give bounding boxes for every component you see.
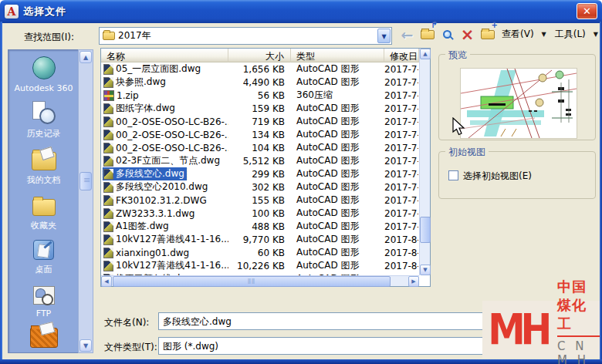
file-name: 00_2-OSE-OSO-LC-B26-... [116, 116, 228, 127]
file-row[interactable]: 00_2-OSE-OSO-LC-B26-... 104 KB AutoCAD 图… [101, 141, 419, 154]
column-header-name[interactable]: 名称 [101, 49, 228, 62]
look-in-combobox[interactable]: 2017年 ▼ [99, 27, 392, 45]
column-header-date[interactable]: 修改日 [384, 49, 419, 62]
autocad-app-icon: A [5, 5, 19, 19]
file-row[interactable]: 00_2-OSE-OSO-LC-B26-... 719 KB AutoCAD 图… [101, 115, 419, 128]
dwg-file-icon [103, 195, 113, 206]
scroll-down-icon[interactable]: ▼ [420, 265, 431, 275]
file-row[interactable]: 00_2-OSE-OSO-LC-B26-... 134 KB AutoCAD 图… [101, 128, 419, 141]
new-folder-icon [481, 30, 495, 39]
dwg-file-icon [103, 116, 113, 127]
sidebar-item-FTP[interactable]: FTP [8, 286, 79, 318]
ftp-icon [33, 286, 55, 305]
scroll-right-icon[interactable]: ▶ [408, 276, 419, 287]
file-size: 56 KB [228, 90, 291, 101]
file-list-vscrollbar[interactable]: ▲ ▼ [419, 49, 430, 275]
scroll-left-icon[interactable]: ◀ [101, 276, 112, 287]
title-bar[interactable]: A 选择文件 ✕ [0, 0, 602, 23]
file-name: FK30102.31.2.DWG [116, 195, 207, 206]
chevron-down-icon[interactable]: ▼ [377, 29, 391, 43]
file-name: 多段线空心.dwg [116, 167, 184, 180]
file-size: 299 KB [228, 169, 291, 180]
close-button[interactable]: ✕ [577, 3, 597, 19]
hscroll-thumb[interactable] [113, 276, 391, 287]
delete-button[interactable]: × [458, 25, 476, 43]
file-row[interactable]: xianxing01.dwg 60 KB AutoCAD 图形 2017-8- [101, 246, 419, 259]
sidebar-item-buzzsaw[interactable] [8, 328, 79, 352]
file-date: 2017-8- [384, 248, 418, 258]
file-row[interactable]: 多段线空心2010.dwg 302 KB AutoCAD 图形 2017-7- [101, 180, 419, 194]
file-row[interactable]: 05_一层立面图.dwg 1,656 KB AutoCAD 图形 2017-7- [101, 62, 419, 76]
file-name: 10kV127善港线41-1-16... [116, 233, 228, 246]
dwg-file-icon [103, 182, 113, 193]
sidebar-scroll-thumb[interactable] [79, 172, 92, 190]
back-arrow-icon: ← [401, 27, 414, 42]
file-name: 05_一层立面图.dwg [116, 62, 201, 76]
file-date: 2017-7- [384, 103, 418, 114]
file-row[interactable]: 10kV127善港线41-1-16... 9,770 KB AutoCAD 图形… [101, 233, 419, 246]
file-type: AutoCAD 图形 [291, 76, 384, 89]
search-the-web-button[interactable] [438, 25, 456, 43]
sidebar-item-label: 历史记录 [8, 128, 79, 140]
vscroll-thumb[interactable] [420, 217, 431, 243]
file-row[interactable]: 图纸字体.dwg 159 KB AutoCAD 图形 2017-7- [101, 102, 419, 115]
file-row[interactable]: A1图签.dwg 488 KB AutoCAD 图形 2017-7- [101, 220, 419, 233]
column-header-size[interactable]: 大小 [228, 49, 291, 62]
sidebar-item-收藏夹[interactable]: 收藏夹 [8, 195, 79, 231]
file-date: 2017-7- [384, 77, 418, 88]
sidebar-item-Autodesk 360[interactable]: Autodesk 360 [8, 56, 79, 93]
file-row[interactable]: FK30102.31.2.DWG 155 KB AutoCAD 图形 2017-… [101, 194, 419, 207]
sidebar-item-label: 我的文档 [8, 174, 79, 186]
up-one-level-button[interactable]: ↱ [418, 25, 436, 43]
file-size: 104 KB [228, 143, 291, 153]
file-date: 2017-8- [384, 261, 418, 271]
select-file-dialog: A 选择文件 ✕ 查找范围(I): 2017年 ▼ ← ↱ × + 查看(V) … [0, 0, 602, 364]
file-row[interactable]: ZW3233.3.1.dwg 100 KB AutoCAD 图形 2017-7- [101, 207, 419, 220]
file-row[interactable]: 多段线空心.dwg 299 KB AutoCAD 图形 2017-7- [101, 167, 419, 180]
dwg-file-icon [103, 103, 113, 114]
initial-view-checkbox[interactable] [448, 170, 458, 180]
file-size: 159 KB [228, 103, 291, 114]
sidebar-item-我的文档[interactable]: 我的文档 [8, 147, 79, 186]
file-name: 00_2-OSE-OSO-LC-B26-... [116, 143, 228, 153]
file-name: 多段线空心2010.dwg [116, 180, 208, 194]
watermark-chinese-text: 中国煤化工 [557, 278, 600, 337]
buzzsaw-icon [30, 328, 58, 348]
file-row[interactable]: 02-3F立面二、节点.dwg 5,512 KB AutoCAD 图形 2017… [101, 154, 419, 167]
cad-preview-drawing [461, 69, 577, 138]
file-row[interactable]: 块参照.dwg 4,490 KB AutoCAD 图形 2017-7- [101, 76, 419, 89]
dwg-file-icon [103, 221, 113, 232]
scroll-down-icon[interactable]: ▼ [79, 339, 92, 352]
tools-menu-button[interactable]: 工具(L) ▼ [552, 25, 601, 43]
file-date: 2017-7- [384, 221, 418, 232]
create-new-folder-button[interactable]: + [479, 25, 496, 43]
sidebar-item-桌面[interactable]: 桌面 [8, 240, 79, 275]
scroll-up-icon[interactable]: ▲ [420, 49, 431, 59]
initial-view-checkbox-label: 选择初始视图(E) [463, 170, 532, 183]
file-name: 图纸字体.dwg [116, 102, 175, 115]
desktop-icon [33, 240, 54, 260]
view-menu-button[interactable]: 查看(V) ▼ [499, 25, 550, 43]
file-type: AutoCAD 图形 [291, 141, 384, 154]
file-row[interactable]: 10kV127善港线41-1-16... 10,226 KB AutoCAD 图… [101, 259, 419, 272]
docs-icon [32, 152, 56, 170]
file-date: 2017-7- [384, 195, 418, 206]
places-sidebar: Autodesk 360 历史记录 我的文档 收藏夹 桌面 FTP [8, 49, 78, 353]
file-name: 02-3F立面二、节点.dwg [116, 154, 220, 167]
file-size: 488 KB [228, 221, 291, 232]
back-button[interactable]: ← [398, 25, 416, 43]
file-list-hscrollbar[interactable]: ◀ ▶ [101, 275, 419, 286]
chevron-down-icon: ▼ [594, 31, 598, 38]
dwg-file-icon [103, 77, 113, 88]
look-in-label: 查找范围(I): [24, 31, 74, 44]
dwg-file-icon [103, 64, 113, 75]
column-header-type[interactable]: 类型 [291, 49, 384, 62]
file-row[interactable]: 1.zip 56 KB 360压缩 2017-7- [101, 89, 419, 102]
filename-value: 多段线空心.dwg [163, 316, 232, 327]
file-name: 00_2-OSE-OSO-LC-B26-... [116, 130, 228, 140]
sidebar-item-历史记录[interactable]: 历史记录 [8, 101, 79, 140]
file-size: 302 KB [228, 182, 291, 193]
filename-label: 文件名(N): [104, 316, 149, 329]
sidebar-scrollbar[interactable]: ▲ ▼ [78, 49, 93, 353]
scroll-up-icon[interactable]: ▲ [79, 51, 92, 63]
